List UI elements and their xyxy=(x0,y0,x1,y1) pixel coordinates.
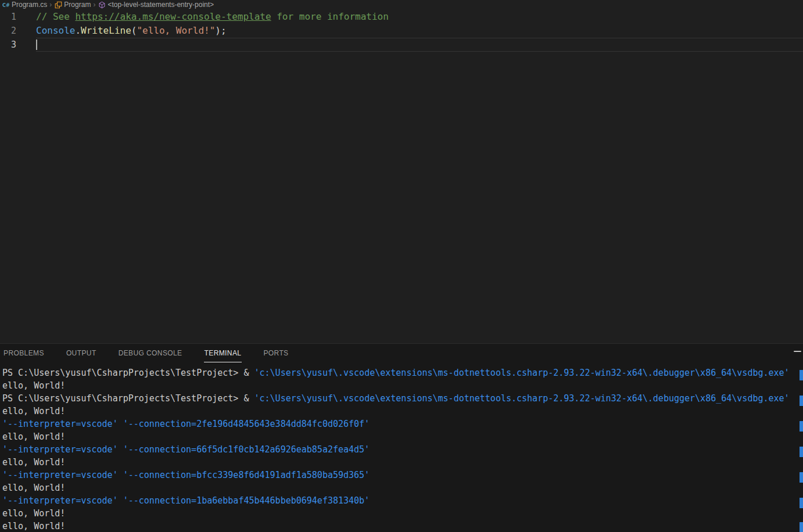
code-token: for more information xyxy=(271,11,389,22)
panel-action-icon[interactable] xyxy=(794,351,801,352)
text-cursor xyxy=(36,39,37,50)
code-token: ); xyxy=(215,25,226,36)
panel-tab-label: PROBLEMS xyxy=(3,349,44,357)
terminal-line: ello, World! xyxy=(2,430,803,443)
terminal-line: ello, World! xyxy=(2,481,803,494)
panel-tab-debug-console[interactable]: DEBUG CONSOLE xyxy=(118,344,183,362)
panel-tab-problems[interactable]: PROBLEMS xyxy=(3,344,45,362)
terminal-token: '--interpreter=vscode' '--connection=bfc… xyxy=(2,470,370,480)
terminal-line: ello, World! xyxy=(2,405,803,418)
symbol-namespace-icon xyxy=(98,1,106,9)
terminal-line: ello, World! xyxy=(2,507,803,520)
terminal-token: '--interpreter=vscode' '--connection=2fe… xyxy=(2,419,370,429)
terminal-line: '--interpreter=vscode' '--connection=bfc… xyxy=(2,469,803,481)
terminal-line: '--interpreter=vscode' '--connection=1ba… xyxy=(2,494,803,507)
panel-tab-bar: PROBLEMSOUTPUTDEBUG CONSOLETERMINALPORTS xyxy=(0,344,803,362)
terminal-line: '--interpreter=vscode' '--connection=2fe… xyxy=(2,418,803,430)
terminal-token: 'c:\Users\yusuf\.vscode\extensions\ms-do… xyxy=(254,393,789,404)
code-line: 1// See https://aka.ms/new-console-templ… xyxy=(0,10,803,24)
csharp-file-icon: C# xyxy=(2,1,10,9)
terminal-token: '--interpreter=vscode' '--connection=66f… xyxy=(2,444,370,455)
class-icon xyxy=(54,1,62,9)
terminal-token: 'c:\Users\yusuf\.vscode\extensions\ms-do… xyxy=(254,368,789,378)
terminal-line: '--interpreter=vscode' '--connection=66f… xyxy=(2,443,803,456)
breadcrumb-item-1[interactable]: C#Program.cs xyxy=(2,1,47,9)
terminal-token: ello, World! xyxy=(2,508,65,519)
breadcrumb: C#Program.cs›Program›<top-level-statemen… xyxy=(0,0,803,9)
line-number[interactable]: 1 xyxy=(0,10,36,24)
bottom-panel: PROBLEMSOUTPUTDEBUG CONSOLETERMINALPORTS… xyxy=(0,343,803,532)
code-token: ( xyxy=(131,25,137,36)
terminal-line: ello, World! xyxy=(2,520,803,532)
terminal-token: ello, World! xyxy=(2,483,65,493)
terminal-line: PS C:\Users\yusuf\CsharpProjects\TestPro… xyxy=(2,392,803,405)
panel-tab-label: TERMINAL xyxy=(205,349,242,357)
code-line: 2Console.WriteLine("ello, World!"); xyxy=(0,24,803,38)
terminal-token: ello, World! xyxy=(2,521,65,531)
breadcrumb-label: <top-level-statements-entry-point> xyxy=(107,1,214,9)
panel-tab-label: OUTPUT xyxy=(66,349,96,357)
terminal-output[interactable]: PS C:\Users\yusuf\CsharpProjects\TestPro… xyxy=(0,362,803,532)
code-token: WriteLine xyxy=(81,25,131,36)
panel-tab-terminal[interactable]: TERMINAL xyxy=(204,344,242,362)
terminal-line: ello, World! xyxy=(2,379,803,392)
breadcrumb-separator: › xyxy=(49,1,52,9)
breadcrumb-label: Program xyxy=(64,1,91,9)
vscode-window: { "colors": { "comment": "#6A9955", "cla… xyxy=(0,0,803,532)
code-line-content[interactable]: // See https://aka.ms/new-console-templa… xyxy=(36,10,803,24)
breadcrumb-label: Program.cs xyxy=(12,1,47,9)
code-line-content[interactable] xyxy=(36,38,803,52)
terminal-line: ello, World! xyxy=(2,456,803,469)
code-line: 3 xyxy=(0,38,803,52)
code-editor[interactable]: 1// See https://aka.ms/new-console-templ… xyxy=(0,9,803,344)
terminal-line: PS C:\Users\yusuf\CsharpProjects\TestPro… xyxy=(2,366,803,379)
breadcrumb-separator: › xyxy=(93,1,95,9)
comment-link[interactable]: https://aka.ms/new-console-template xyxy=(75,11,271,22)
breadcrumb-item-3[interactable]: <top-level-statements-entry-point> xyxy=(98,1,214,9)
terminal-token: ello, World! xyxy=(2,457,65,468)
code-token: Console xyxy=(36,25,75,36)
terminal-token: PS C:\Users\yusuf\CsharpProjects\TestPro… xyxy=(2,393,254,404)
code-token: // See xyxy=(36,11,75,22)
terminal-token: ello, World! xyxy=(2,432,65,442)
terminal-token: ello, World! xyxy=(2,380,65,391)
svg-text:C#: C# xyxy=(2,2,10,8)
panel-tab-label: DEBUG CONSOLE xyxy=(119,349,182,357)
terminal-token: '--interpreter=vscode' '--connection=1ba… xyxy=(2,495,370,506)
line-number[interactable]: 2 xyxy=(0,24,36,38)
breadcrumb-item-2[interactable]: Program xyxy=(54,1,91,9)
panel-tab-output[interactable]: OUTPUT xyxy=(66,344,97,362)
line-number[interactable]: 3 xyxy=(0,38,36,52)
panel-tab-ports[interactable]: PORTS xyxy=(263,344,289,362)
code-token: "ello, World!" xyxy=(137,25,215,36)
code-token: . xyxy=(75,25,81,36)
terminal-token: PS C:\Users\yusuf\CsharpProjects\TestPro… xyxy=(2,368,254,378)
panel-tab-label: PORTS xyxy=(263,349,288,357)
code-line-content[interactable]: Console.WriteLine("ello, World!"); xyxy=(36,24,803,38)
terminal-token: ello, World! xyxy=(2,406,65,416)
